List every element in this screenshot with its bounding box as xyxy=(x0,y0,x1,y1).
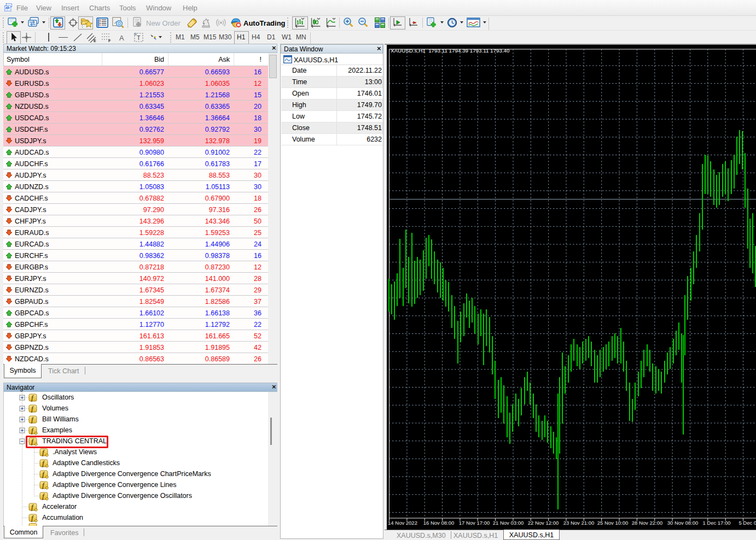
svg-text:16 Nov 08:00: 16 Nov 08:00 xyxy=(423,520,455,526)
svg-text:23 Nov 21:00: 23 Nov 21:00 xyxy=(563,520,595,526)
svg-text:22 Nov 12:00: 22 Nov 12:00 xyxy=(528,520,559,526)
svg-text:30 Nov 08:00: 30 Nov 08:00 xyxy=(667,520,699,526)
svg-text:E: E xyxy=(94,39,96,43)
svg-text:14 Nov 2022: 14 Nov 2022 xyxy=(388,520,417,526)
svg-text:28 Nov 22:00: 28 Nov 22:00 xyxy=(632,520,663,526)
svg-text:1 Dec 17:00: 1 Dec 17:00 xyxy=(702,520,730,526)
svg-text:17 Nov 17:00: 17 Nov 17:00 xyxy=(459,520,490,526)
svg-text:T: T xyxy=(137,34,141,41)
svg-text:XAUUSD.s,H1 1793.11 1794.39 1: XAUUSD.s,H1 1793.11 1794.39 1793.11 1793… xyxy=(391,48,510,54)
svg-text:21 Nov 03:00: 21 Nov 03:00 xyxy=(493,520,524,526)
svg-text:F: F xyxy=(108,39,111,43)
svg-text:25 Nov 10:00: 25 Nov 10:00 xyxy=(597,520,629,526)
svg-text:5 Dec 03:00: 5 Dec 03:00 xyxy=(738,520,756,526)
